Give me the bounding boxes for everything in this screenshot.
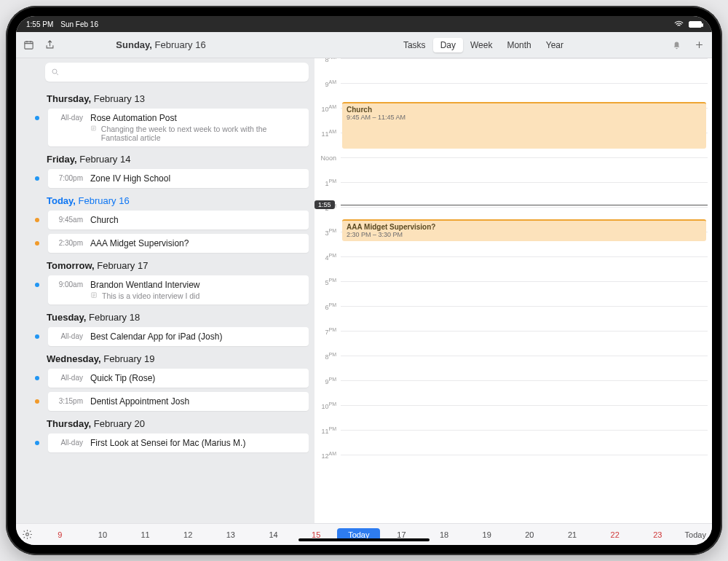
event-title: Zone IV High School [90, 173, 301, 184]
view-tab-day[interactable]: Day [433, 38, 463, 52]
view-segmented-control[interactable]: TasksDayWeekMonthYear [396, 38, 571, 52]
strip-day[interactable]: 19 [465, 530, 508, 539]
strip-day[interactable]: 18 [423, 530, 466, 539]
hour-label: 7PM [325, 327, 341, 336]
hour-label: 9PM [325, 377, 341, 385]
event-title: First Look at Sensei for Mac (Marius M.) [90, 438, 301, 448]
day-header: Wednesday, February 19 [47, 353, 309, 364]
hour-row: 8AM [341, 58, 708, 83]
timeline-event-title: Church [347, 106, 702, 114]
hour-label: 8AM [325, 58, 341, 63]
hour-label: 4PM [325, 253, 341, 262]
hour-label: 11AM [321, 129, 341, 138]
strip-day[interactable]: 15 [295, 530, 338, 539]
hour-row: 11PM [341, 430, 708, 455]
calendar-dot [35, 441, 39, 445]
event-card[interactable]: All-dayRose Automation PostChanging the … [48, 109, 309, 146]
day-header: Today, February 16 [47, 195, 309, 206]
hour-row: 12AM [341, 455, 708, 479]
event-time: All-day [55, 438, 83, 447]
calendar-dot [35, 376, 39, 380]
statusbar-date: Sun Feb 16 [60, 20, 98, 28]
hour-label: 11PM [321, 426, 341, 435]
view-tab-tasks[interactable]: Tasks [396, 38, 433, 52]
calendar-dot [35, 334, 39, 339]
event-card[interactable]: 9:45amChurch [48, 211, 309, 230]
view-tab-year[interactable]: Year [539, 38, 571, 52]
day-timeline[interactable]: 8AM9AM10AM11AMNoon1PM2PM3PM4PM5PM6PM7PM8… [314, 58, 712, 523]
hour-row: 10PM [341, 405, 708, 430]
event-note: This is a video interview I did [90, 291, 301, 300]
hour-label: 9AM [325, 79, 341, 88]
event-card[interactable]: All-dayBest Calendar App for iPad (Josh) [48, 327, 309, 346]
hour-row: 1PM [341, 182, 708, 207]
event-title: Church [90, 215, 301, 225]
event-title: Best Calendar App for iPad (Josh) [90, 332, 301, 342]
event-note: Changing the week to next week to work w… [90, 125, 301, 142]
strip-day[interactable]: 17 [380, 530, 423, 539]
home-indicator[interactable] [298, 538, 430, 541]
strip-day[interactable]: 14 [252, 530, 295, 539]
event-card[interactable]: 9:00amBrandon Wentland InterviewThis is … [48, 275, 309, 305]
event-time: 9:45am [55, 215, 83, 224]
timeline-event-range: 2:30 PM – 3:30 PM [347, 231, 702, 238]
timeline-event-title: AAA Midget Supervision? [347, 223, 702, 231]
hour-row: 6PM [341, 306, 708, 331]
calendar-dot [35, 176, 39, 181]
event-time: All-day [55, 113, 83, 122]
agenda-list: Thursday, February 13All-dayRose Automat… [16, 58, 314, 523]
hour-label: 12AM [321, 451, 341, 460]
status-bar: 1:55 PM Sun Feb 16 [16, 16, 712, 32]
hour-row: 4PM [341, 256, 708, 281]
timeline-event[interactable]: AAA Midget Supervision?2:30 PM – 3:30 PM [342, 219, 706, 241]
view-tab-week[interactable]: Week [463, 38, 499, 52]
search-icon [51, 68, 60, 76]
calendar-dot [35, 218, 39, 222]
event-title: Rose Automation Post [90, 113, 301, 123]
event-time: 3:15pm [55, 396, 83, 405]
date-strip: 9101112131415Today17181920212223Today [16, 523, 712, 545]
hour-label: 3PM [325, 228, 341, 237]
day-header: Friday, February 14 [47, 154, 309, 165]
calendar-dot [35, 116, 39, 120]
page-title: Sunday, February 16 [26, 39, 296, 50]
view-tab-month[interactable]: Month [499, 38, 538, 52]
ipad-frame: 1:55 PM Sun Feb 16 Sunday, February 16 T… [6, 6, 722, 555]
strip-day[interactable]: 10 [82, 530, 124, 539]
strip-day[interactable]: 12 [167, 530, 210, 539]
strip-day[interactable]: 9 [39, 530, 82, 539]
timeline-event[interactable]: Church9:45 AM – 11:45 AM [342, 102, 706, 149]
hour-row: 9PM [341, 380, 708, 405]
strip-day[interactable]: 21 [551, 530, 594, 539]
hour-label: 10AM [321, 104, 341, 113]
battery-icon [689, 21, 702, 28]
bell-icon[interactable] [671, 39, 682, 50]
calendar-dot [35, 241, 39, 246]
strip-day[interactable]: 20 [508, 530, 551, 539]
hour-row: 8PM [341, 356, 708, 380]
day-header: Tomorrow, February 17 [47, 260, 309, 271]
hour-label: 1PM [325, 178, 341, 187]
event-title: AAA Midget Supervision? [90, 238, 301, 248]
hour-label: 5PM [325, 278, 341, 286]
strip-day[interactable]: 13 [210, 530, 253, 539]
event-title: Quick Tip (Rose) [90, 373, 301, 383]
add-icon[interactable] [694, 39, 705, 50]
event-time: 9:00am [55, 280, 83, 289]
event-card[interactable]: 7:00pmZone IV High School [48, 169, 309, 188]
event-card[interactable]: 3:15pmDentist Appointment Josh [48, 392, 309, 411]
svg-point-1 [52, 69, 57, 74]
day-header: Thursday, February 20 [47, 418, 309, 429]
today-button[interactable]: Today [685, 530, 706, 539]
event-card[interactable]: All-dayQuick Tip (Rose) [48, 369, 309, 388]
now-indicator: 1:55 [314, 200, 335, 209]
strip-day[interactable]: 22 [593, 530, 636, 539]
day-header: Thursday, February 13 [47, 93, 309, 104]
strip-day[interactable]: 11 [124, 530, 167, 539]
event-card[interactable]: 2:30pmAAA Midget Supervision? [48, 234, 309, 253]
event-card[interactable]: All-dayFirst Look at Sensei for Mac (Mar… [48, 434, 309, 452]
calendar-dot [35, 283, 39, 287]
search-input[interactable] [45, 63, 309, 82]
settings-icon[interactable] [22, 529, 33, 540]
strip-day[interactable]: 23 [636, 530, 679, 539]
